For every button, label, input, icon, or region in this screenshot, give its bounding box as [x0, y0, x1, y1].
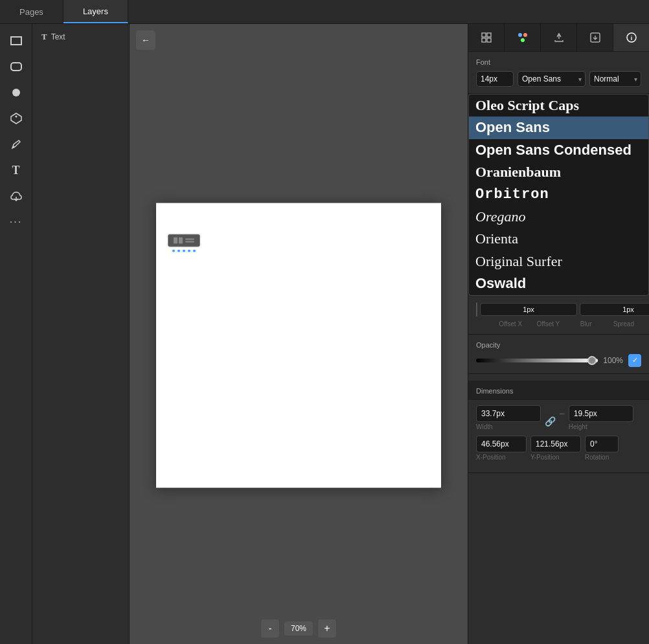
- opacity-slider-container: 100% ✓: [476, 354, 641, 367]
- svg-rect-12: [487, 38, 491, 42]
- link-dimensions-icon[interactable]: 🔗: [545, 416, 556, 427]
- zoom-controls: - 70% +: [261, 619, 336, 638]
- y-position-label: Y-Position: [530, 454, 581, 461]
- font-row: Open Sans ▾ Normal ▾: [476, 71, 641, 87]
- rotation-label: Rotation: [585, 454, 619, 461]
- font-preview-oleo: Oleo Script Caps: [475, 97, 579, 114]
- ellipse-tool[interactable]: [5, 81, 28, 104]
- height-field: Height: [569, 405, 633, 430]
- height-input[interactable]: [569, 405, 633, 422]
- component-tool[interactable]: [5, 107, 28, 130]
- svg-rect-10: [487, 33, 491, 37]
- font-dropdown: Oleo Script Caps Open Sans Open Sans Con…: [468, 94, 649, 296]
- layer-item-label: Text: [51, 32, 65, 41]
- style-tool-btn[interactable]: [505, 24, 541, 51]
- zoom-value[interactable]: 70%: [284, 621, 313, 636]
- dimensions-section: Dimensions Width 🔗 – Height X-Pos: [468, 374, 649, 473]
- rotation-input[interactable]: [585, 436, 619, 452]
- shadow-offset-y-label: Offset Y: [530, 320, 565, 328]
- font-preview-open-sans-condensed: Open Sans Condensed: [475, 142, 632, 159]
- svg-point-2: [12, 89, 20, 96]
- pencil-tool[interactable]: [5, 133, 28, 156]
- canvas-area[interactable]: ← - 70% +: [130, 24, 468, 644]
- tab-pages[interactable]: Pages: [0, 0, 63, 23]
- font-name-select[interactable]: Open Sans: [518, 71, 586, 87]
- svg-point-4: [15, 116, 17, 118]
- font-preview-oswald: Oswald: [475, 275, 526, 292]
- opacity-section: Opacity 100% ✓: [468, 335, 649, 374]
- position-row: X-Position Y-Position Rotation: [476, 436, 641, 461]
- font-list-item-orbitron[interactable]: Orbitron: [469, 184, 648, 206]
- font-list-item-open-sans-condensed[interactable]: Open Sans Condensed: [469, 139, 648, 161]
- rotation-field: Rotation: [585, 436, 619, 461]
- height-label: Height: [569, 423, 633, 430]
- font-size-input[interactable]: [476, 71, 514, 87]
- text-tool[interactable]: T: [5, 159, 28, 182]
- svg-rect-6: [179, 238, 183, 244]
- dash-separator: –: [560, 408, 565, 418]
- font-style-select[interactable]: Normal: [589, 71, 641, 87]
- svg-point-15: [521, 38, 525, 42]
- svg-point-14: [523, 33, 527, 37]
- font-list-item-oregano[interactable]: Oregano: [469, 206, 648, 228]
- opacity-thumb[interactable]: [587, 356, 597, 365]
- svg-text:i: i: [630, 35, 632, 41]
- shadow-offset-x-label: Offset X: [493, 320, 528, 328]
- shadow-section: Offset X Offset Y Blur Spread: [468, 296, 649, 335]
- zoom-out-button[interactable]: -: [261, 619, 279, 638]
- width-label: Width: [476, 423, 541, 430]
- back-button[interactable]: ←: [136, 30, 155, 50]
- svg-marker-3: [11, 113, 21, 124]
- import-asset-tool-btn[interactable]: [577, 24, 613, 51]
- element-handles: [168, 249, 200, 253]
- info-tool-btn[interactable]: i: [613, 24, 649, 51]
- font-list-item-original-surfer[interactable]: Original Surfer: [469, 250, 648, 272]
- svg-point-13: [518, 33, 522, 37]
- font-section-label: Font: [476, 58, 641, 66]
- right-toolbar: i: [468, 24, 649, 52]
- layout-tool-btn[interactable]: [468, 24, 505, 51]
- shadow-offset-y-input[interactable]: [580, 303, 649, 316]
- opacity-section-label: Opacity: [476, 341, 641, 349]
- shadow-offset-x-input[interactable]: [480, 303, 577, 316]
- more-tool[interactable]: ···: [5, 210, 28, 234]
- canvas-text-element[interactable]: [168, 234, 200, 253]
- font-list-item-orienta[interactable]: Orienta: [469, 228, 648, 250]
- x-position-input[interactable]: [476, 436, 527, 452]
- left-sidebar: T ···: [0, 24, 32, 644]
- opacity-track[interactable]: [476, 359, 598, 362]
- main-area: T ··· T Text ←: [0, 24, 649, 644]
- export-tool-btn[interactable]: [541, 24, 577, 51]
- zoom-in-button[interactable]: +: [318, 619, 336, 638]
- tab-layers-label: Layers: [83, 6, 108, 16]
- layer-panel: T Text: [32, 24, 130, 644]
- layer-item-text[interactable]: T Text: [38, 29, 124, 45]
- handle-dot: [187, 249, 191, 253]
- top-tab-bar: Pages Layers: [0, 0, 649, 24]
- font-list-item-open-sans[interactable]: Open Sans: [469, 117, 648, 139]
- font-list-item-oranienbaum[interactable]: Oranienbaum: [469, 161, 648, 183]
- svg-rect-11: [482, 38, 486, 42]
- rounded-rect-tool[interactable]: [5, 55, 28, 78]
- import-tool[interactable]: [5, 184, 28, 208]
- font-preview-original-surfer: Original Surfer: [475, 253, 562, 270]
- canvas-page[interactable]: [156, 203, 441, 488]
- font-preview-oranienbaum: Oranienbaum: [475, 164, 561, 181]
- svg-rect-1: [11, 63, 21, 71]
- rectangle-tool[interactable]: [5, 29, 28, 52]
- shadow-color-swatch[interactable]: [476, 302, 477, 316]
- svg-rect-5: [174, 238, 177, 244]
- width-input[interactable]: [476, 405, 541, 422]
- opacity-confirm-button[interactable]: ✓: [628, 354, 641, 367]
- font-preview-oregano: Oregano: [475, 208, 525, 225]
- shadow-spread-label: Spread: [606, 320, 641, 328]
- font-list-item-oswald[interactable]: Oswald: [469, 272, 648, 294]
- tab-layers[interactable]: Layers: [63, 0, 128, 23]
- svg-rect-9: [482, 33, 486, 37]
- font-name-wrapper: Open Sans ▾: [518, 71, 586, 87]
- layer-item-icon: T: [41, 32, 47, 42]
- y-position-input[interactable]: [530, 436, 581, 452]
- handle-dot: [172, 249, 176, 253]
- font-list-item-oleo[interactable]: Oleo Script Caps: [469, 94, 648, 117]
- shadow-row: [476, 302, 641, 316]
